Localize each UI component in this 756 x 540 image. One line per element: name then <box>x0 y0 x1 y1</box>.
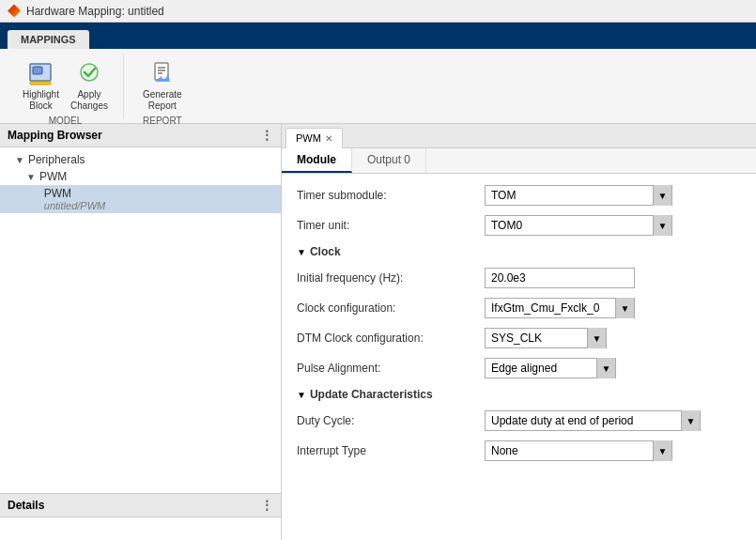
apply-changes-label: ApplyChanges <box>70 89 108 112</box>
mapping-browser-header: Mapping Browser ⋮ <box>0 124 281 147</box>
timer-submodule-value: TOM <box>486 187 653 204</box>
dtm-clock-control: SYS_CLK ▼ <box>485 328 741 348</box>
clock-config-row: Clock configuration: IfxGtm_Cmu_Fxclk_0 … <box>297 298 741 318</box>
toolbar-ribbon: HighlightBlock ApplyChanges MODEL <box>0 49 756 124</box>
pwm-instance-arrow <box>38 194 40 205</box>
details-title: Details <box>8 499 44 512</box>
duty-cycle-select[interactable]: Update duty at end of period ▼ <box>485 410 701 431</box>
highlight-icon <box>27 61 54 87</box>
generate-report-btn[interactable]: GenerateReport <box>139 59 186 114</box>
title-bar: Hardware Mapping: untitled <box>0 0 756 23</box>
interrupt-type-label: Interrupt Type <box>297 444 485 457</box>
highlight-block-btn[interactable]: HighlightBlock <box>19 59 63 114</box>
highlight-block-label: HighlightBlock <box>23 89 59 112</box>
model-buttons: HighlightBlock ApplyChanges <box>19 54 112 114</box>
report-buttons: GenerateReport <box>139 54 186 114</box>
clock-section-arrow[interactable]: ▼ <box>297 247 306 257</box>
update-char-title: Update Characteristics <box>310 388 433 401</box>
report-icon <box>149 61 176 87</box>
timer-submodule-label: Timer submodule: <box>297 189 485 202</box>
left-panel: Mapping Browser ⋮ ▼ Peripherals ▼ PWM PW… <box>0 124 282 540</box>
pulse-alignment-select[interactable]: Edge aligned ▼ <box>485 358 616 378</box>
interrupt-type-row: Interrupt Type None ▼ <box>297 440 741 461</box>
details-header: Details ⋮ <box>0 494 281 517</box>
pwm-group-item[interactable]: ▼ PWM <box>0 168 281 185</box>
peripherals-arrow: ▼ <box>15 155 24 165</box>
duty-cycle-control: Update duty at end of period ▼ <box>485 410 741 431</box>
clock-config-control: IfxGtm_Cmu_Fxclk_0 ▼ <box>485 298 741 318</box>
pwm-instance-sublabel: untitled/PWM <box>44 200 105 211</box>
timer-unit-select[interactable]: TOM0 ▼ <box>485 215 672 236</box>
timer-unit-label: Timer unit: <box>297 219 485 232</box>
update-char-arrow[interactable]: ▼ <box>297 390 306 400</box>
apply-icon <box>76 61 102 87</box>
timer-submodule-select[interactable]: TOM ▼ <box>485 185 672 206</box>
duty-cycle-dropdown[interactable]: ▼ <box>681 410 700 431</box>
timer-submodule-control: TOM ▼ <box>485 185 741 206</box>
toolbar-tabs: MAPPINGS <box>0 23 756 49</box>
svg-rect-2 <box>30 82 51 85</box>
update-char-section-header: ▼ Update Characteristics <box>297 388 741 401</box>
pulse-alignment-dropdown[interactable]: ▼ <box>596 358 615 378</box>
dtm-clock-label: DTM Clock configuration: <box>297 332 485 345</box>
module-tab[interactable]: Module <box>282 148 352 173</box>
clock-section-header: ▼ Clock <box>297 245 741 258</box>
pulse-alignment-control: Edge aligned ▼ <box>485 358 741 378</box>
pwm-instance-label: PWM <box>44 187 105 200</box>
pulse-alignment-label: Pulse Alignment: <box>297 362 485 375</box>
timer-submodule-dropdown[interactable]: ▼ <box>653 185 671 206</box>
tree-area: ▼ Peripherals ▼ PWM PWM untitled/PWM <box>0 147 281 493</box>
interrupt-type-dropdown[interactable]: ▼ <box>653 440 671 461</box>
initial-freq-input[interactable] <box>485 268 635 288</box>
interrupt-type-select[interactable]: None ▼ <box>485 440 672 461</box>
matlab-icon <box>8 5 21 18</box>
pwm-tab-close[interactable]: ✕ <box>325 133 332 144</box>
content-tabs: Module Output 0 <box>282 148 756 174</box>
mappings-tab[interactable]: MAPPINGS <box>8 30 89 49</box>
timer-unit-dropdown[interactable]: ▼ <box>653 215 671 236</box>
svg-rect-1 <box>33 67 42 74</box>
duty-cycle-row: Duty Cycle: Update duty at end of period… <box>297 410 741 431</box>
pulse-alignment-row: Pulse Alignment: Edge aligned ▼ <box>297 358 741 378</box>
dtm-clock-row: DTM Clock configuration: SYS_CLK ▼ <box>297 328 741 348</box>
pwm-tab[interactable]: PWM ✕ <box>285 128 343 148</box>
dtm-clock-dropdown[interactable]: ▼ <box>587 328 606 348</box>
generate-report-label: GenerateReport <box>143 89 182 112</box>
peripherals-item[interactable]: ▼ Peripherals <box>0 151 281 168</box>
initial-freq-label: Initial frequency (Hz): <box>297 271 485 285</box>
clock-config-select[interactable]: IfxGtm_Cmu_Fxclk_0 ▼ <box>485 298 635 318</box>
pwm-instance-item[interactable]: PWM untitled/PWM <box>0 185 281 213</box>
clock-config-value: IfxGtm_Cmu_Fxclk_0 <box>486 300 615 316</box>
mapping-browser-menu[interactable]: ⋮ <box>260 128 273 143</box>
mapping-browser-title: Mapping Browser <box>8 129 102 142</box>
clock-section-title: Clock <box>310 245 341 258</box>
interrupt-type-value: None <box>486 442 653 459</box>
clock-config-dropdown[interactable]: ▼ <box>615 298 634 318</box>
model-group: HighlightBlock ApplyChanges MODEL <box>8 54 124 119</box>
duty-cycle-value: Update duty at end of period <box>486 412 681 429</box>
properties-area: Timer submodule: TOM ▼ Timer unit: TOM0 … <box>282 174 756 540</box>
duty-cycle-label: Duty Cycle: <box>297 414 485 427</box>
pwm-group-label: PWM <box>39 170 67 183</box>
details-panel: Details ⋮ <box>0 493 281 540</box>
window-title: Hardware Mapping: untitled <box>26 5 164 18</box>
timer-submodule-row: Timer submodule: TOM ▼ <box>297 185 741 206</box>
apply-changes-btn[interactable]: ApplyChanges <box>67 59 112 114</box>
timer-unit-value: TOM0 <box>486 217 653 234</box>
initial-freq-control <box>485 268 741 288</box>
tab-bar: PWM ✕ <box>282 124 756 148</box>
right-panel: PWM ✕ Module Output 0 Timer submodule: T… <box>282 124 756 540</box>
interrupt-type-control: None ▼ <box>485 440 741 461</box>
svg-point-3 <box>81 64 98 81</box>
pwm-tab-label: PWM <box>296 132 321 144</box>
details-menu[interactable]: ⋮ <box>260 498 273 513</box>
dtm-clock-value: SYS_CLK <box>486 330 587 347</box>
peripherals-label: Peripherals <box>28 153 85 166</box>
timer-unit-row: Timer unit: TOM0 ▼ <box>297 215 741 236</box>
timer-unit-control: TOM0 ▼ <box>485 215 741 236</box>
initial-freq-row: Initial frequency (Hz): <box>297 268 741 288</box>
pulse-alignment-value: Edge aligned <box>486 360 596 377</box>
pwm-group-arrow: ▼ <box>26 172 36 182</box>
dtm-clock-select[interactable]: SYS_CLK ▼ <box>485 328 607 348</box>
output0-tab[interactable]: Output 0 <box>352 148 426 173</box>
